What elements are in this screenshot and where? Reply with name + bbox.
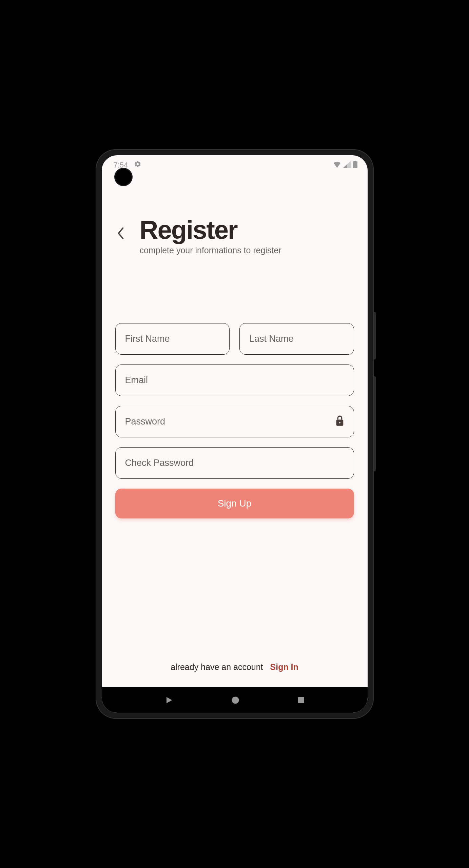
svg-point-4 bbox=[232, 696, 239, 704]
header-row: Register complete your informations to r… bbox=[115, 216, 354, 255]
nav-back-button[interactable] bbox=[164, 695, 174, 705]
status-bar: 7:54 bbox=[102, 155, 368, 172]
svg-rect-0 bbox=[354, 161, 356, 161]
footer-prompt: already have an account bbox=[171, 662, 263, 672]
status-time: 7:54 bbox=[114, 161, 128, 170]
signin-link[interactable]: Sign In bbox=[270, 662, 298, 672]
gear-icon bbox=[134, 160, 141, 170]
signup-button[interactable]: Sign Up bbox=[115, 489, 354, 518]
footer-link: already have an account Sign In bbox=[115, 662, 354, 680]
page-title: Register bbox=[140, 216, 354, 243]
battery-icon bbox=[353, 161, 357, 170]
name-row bbox=[115, 323, 354, 355]
camera-hole bbox=[115, 169, 132, 185]
last-name-input[interactable] bbox=[239, 323, 354, 355]
signal-icon bbox=[343, 161, 351, 169]
lock-icon[interactable] bbox=[335, 415, 345, 428]
status-right bbox=[333, 161, 357, 170]
password-wrapper bbox=[115, 406, 354, 437]
screen: 7:54 bbox=[102, 155, 368, 713]
password-input[interactable] bbox=[115, 406, 354, 437]
page-content: Register complete your informations to r… bbox=[102, 172, 368, 687]
nav-recent-button[interactable] bbox=[297, 696, 305, 704]
svg-point-3 bbox=[339, 422, 340, 423]
title-block: Register complete your informations to r… bbox=[140, 216, 354, 255]
wifi-icon bbox=[333, 161, 341, 169]
device-volume-button bbox=[374, 376, 376, 471]
svg-rect-5 bbox=[298, 697, 304, 703]
device-power-button bbox=[374, 312, 376, 359]
register-form: Sign Up bbox=[115, 323, 354, 518]
nav-home-button[interactable] bbox=[231, 695, 240, 705]
email-input[interactable] bbox=[115, 364, 354, 396]
chevron-left-icon bbox=[117, 227, 124, 240]
svg-rect-1 bbox=[353, 161, 357, 168]
status-left: 7:54 bbox=[114, 160, 142, 170]
check-password-input[interactable] bbox=[115, 447, 354, 479]
back-button[interactable] bbox=[115, 228, 126, 239]
first-name-input[interactable] bbox=[115, 323, 230, 355]
page-subtitle: complete your informations to register bbox=[140, 245, 354, 255]
android-nav-bar bbox=[102, 687, 368, 713]
device-frame: 7:54 bbox=[96, 149, 374, 719]
